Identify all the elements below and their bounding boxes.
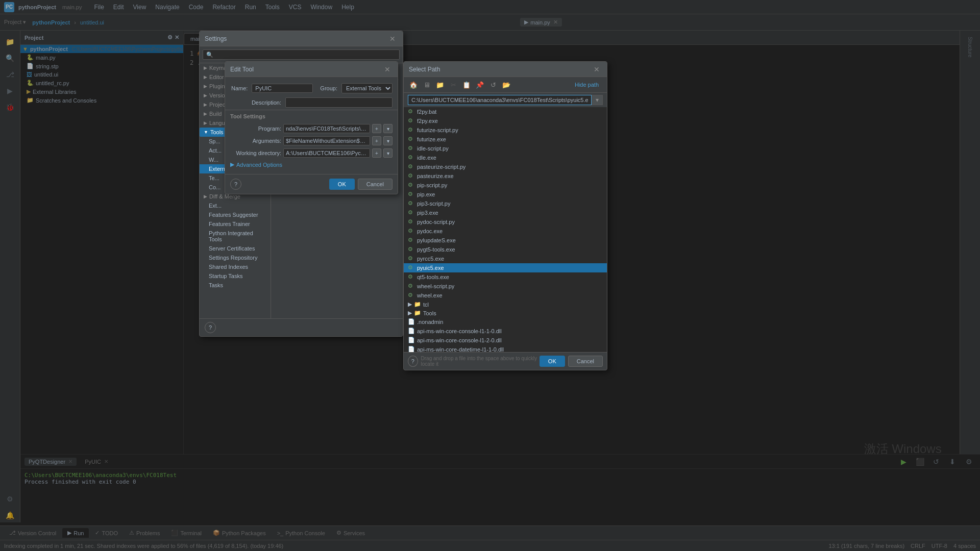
diff-arrow: ▶ [204,194,207,199]
working-dir-browse-btn[interactable]: + [372,148,381,158]
group-select[interactable]: External Tools [341,83,393,93]
vcs-arrow: ▶ [204,93,207,98]
project-arrow: ▶ [204,102,207,107]
editor-label: Editor [209,74,224,80]
edit-tool-ok-button[interactable]: OK [329,179,355,190]
exe-icon: ⚙ [408,108,415,115]
exe-icon: ⚙ [408,172,415,180]
settings-startup-tasks[interactable]: Startup Tasks [200,271,271,281]
edit-tool-close-button[interactable]: ✕ [382,64,393,74]
settings-settings-repository[interactable]: Settings Repository [200,253,271,262]
file-qt5-tools[interactable]: ⚙ qt5-tools.exe [404,272,607,282]
select-path-cancel-button[interactable]: Cancel [568,356,603,367]
settings-tasks[interactable]: Tasks [200,281,271,290]
file-nonadmin[interactable]: 📄 .nonadmin [404,317,607,327]
settings-features-trainer[interactable]: Features Trainer [200,219,271,229]
path-cut-btn[interactable]: ✂ [448,79,459,90]
file-pylupdate[interactable]: ⚙ pylupdateS.exe [404,236,607,245]
arguments-input[interactable]: $FileNameWithoutExtension$_rc.py [283,136,370,145]
hide-path-button[interactable]: Hide path [571,81,603,89]
edit-tool-help-button[interactable]: ? [230,179,241,190]
working-dir-row: Working directory: A:\Users\BUCTCMEE106\… [225,147,398,159]
settings-python-integrated-tools[interactable]: Python Integrated Tools [200,229,271,244]
edit-tool-cancel-button[interactable]: Cancel [358,179,393,190]
tools-nav-label: Tools [210,129,224,135]
languages-arrow: ▶ [204,120,207,126]
advanced-options-toggle[interactable]: ▶ Advanced Options [225,159,398,170]
file-idle-exe[interactable]: ⚙ idle.exe [404,153,607,162]
arguments-plus-btn[interactable]: + [372,136,381,145]
file-pip-script[interactable]: ⚙ pip-script.py [404,181,607,190]
file-dll-datetime[interactable]: 📄 api-ms-win-core-datetime-l1-1-0.dll [404,345,607,352]
program-input[interactable]: nda3\envs\FC018Test\Scripts\pyuic5.exe [283,124,370,133]
description-input[interactable] [285,97,393,108]
settings-shared-indexes[interactable]: Shared Indexes [200,262,271,271]
arguments-macro-btn[interactable]: ▾ [383,136,393,145]
file-wheel-script[interactable]: ⚙ wheel-script.py [404,282,607,291]
file-wheel-exe[interactable]: ⚙ wheel.exe [404,291,607,300]
build-nav-label: Build [209,111,222,117]
settings-ext[interactable]: Ext... [200,201,271,210]
settings-title: Settings [205,35,227,42]
file-futurize-script[interactable]: ⚙ futurize-script.py [404,126,607,135]
file-pyqt5-tools[interactable]: ⚙ pygt5-tools.exe [404,245,607,254]
settings-search-input[interactable] [203,49,400,60]
exe-icon: ⚙ [408,228,415,235]
path-desktop-btn[interactable]: 🖥 [421,79,432,90]
file-pip3-exe[interactable]: ⚙ pip3.exe [404,208,607,217]
working-dir-label: Working directory: [230,150,281,156]
tcl-expand-icon: ▶ [408,301,412,308]
name-input[interactable] [252,84,313,93]
select-path-close-button[interactable]: ✕ [592,64,602,74]
path-refresh-btn[interactable]: ↺ [487,79,499,90]
file-pyrcc5[interactable]: ⚙ pyrcc5.exe [404,254,607,263]
exe-icon: ⚙ [408,117,415,124]
program-label: Program: [230,126,281,132]
file-pip-exe[interactable]: ⚙ pip.exe [404,190,607,199]
exe-icon: ⚙ [408,237,415,244]
settings-help-button[interactable]: ? [205,322,216,333]
exe-icon: ⚙ [408,209,415,216]
program-browse-btn[interactable]: + [372,124,381,133]
path-address-dropdown-btn[interactable]: ▾ [592,95,603,105]
path-address-input[interactable] [408,95,592,105]
program-macro-btn[interactable]: ▾ [383,124,393,133]
select-path-help-button[interactable]: ? [408,356,418,367]
file-futurize-exe[interactable]: ⚙ futurize.exe [404,135,607,144]
edit-tool-titlebar: Edit Tool ✕ [225,62,398,77]
file-dll-console-1-2[interactable]: 📄 api-ms-win-core-console-l1-2-0.dll [404,336,607,345]
file-pip3-script[interactable]: ⚙ pip3-script.py [404,199,607,208]
folder-tcl[interactable]: ▶ 📁 tcl [404,300,607,309]
settings-close-button[interactable]: ✕ [387,34,398,44]
exe-icon: ⚙ [408,136,415,143]
path-home-btn[interactable]: 🏠 [408,79,419,90]
exe-icon: ⚙ [408,283,415,290]
select-path-ok-button[interactable]: OK [540,356,565,367]
description-row: Description: [225,95,398,110]
folder-tools[interactable]: ▶ 📁 Tools [404,309,607,317]
tools-arrow: ▼ [204,130,208,135]
tcl-folder-icon: 📁 [414,301,421,308]
settings-server-certificates[interactable]: Server Certificates [200,244,271,253]
file-idle-script[interactable]: ⚙ idle-script.py [404,144,607,153]
exe-icon: ⚙ [408,264,415,271]
file-pasteurize-exe[interactable]: ⚙ pasteurize.exe [404,171,607,181]
arguments-label: Arguments: [230,138,281,144]
working-dir-input[interactable]: A:\Users\BUCTCMEE106\PycharmProjects [283,148,370,158]
exe-icon: ⚙ [408,182,415,189]
path-paste-btn[interactable]: 📌 [474,79,485,90]
file-pyuic5[interactable]: ⚙ pyuic5.exe [404,263,607,272]
path-new-folder-btn[interactable]: 📂 [501,79,512,90]
working-dir-macro-btn[interactable]: ▾ [383,148,393,158]
path-folder-btn[interactable]: 📁 [434,79,446,90]
file-pydoc-exe[interactable]: ⚙ pydoc.exe [404,227,607,236]
tools-folder-icon: 📁 [414,310,421,316]
settings-features-suggester[interactable]: Features Suggester [200,210,271,219]
file-pasteurize-script[interactable]: ⚙ pasteurize-script.py [404,162,607,171]
path-copy-btn[interactable]: 📋 [461,79,472,90]
file-f2py-bat[interactable]: ⚙ f2py.bat [404,107,607,116]
editor-arrow: ▶ [204,74,207,80]
file-dll-console-1-1[interactable]: 📄 api-ms-win-core-console-l1-1-0.dll [404,327,607,336]
file-f2py-exe[interactable]: ⚙ f2py.exe [404,116,607,126]
file-pydoc-script[interactable]: ⚙ pydoc-script.py [404,217,607,227]
